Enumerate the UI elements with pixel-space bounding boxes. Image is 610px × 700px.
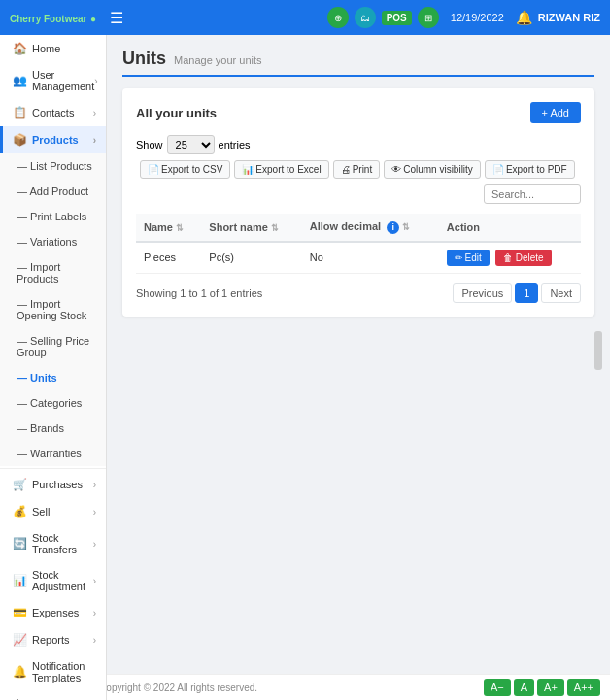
sidebar-item-settings[interactable]: ⚙ Settings › [0,690,106,700]
sidebar-item-brands[interactable]: — Brands [0,416,106,441]
brand-name: Cherry Footwear ● [10,11,96,25]
sidebar-item-list-products[interactable]: — List Products [0,153,106,179]
navbar-right: ⊕ 🗂 POS ⊞ 12/19/2022 🔔 RIZWAN RIZ [327,7,600,28]
sidebar-item-variations[interactable]: — Variations [0,229,106,254]
contacts-icon: 📋 [13,106,27,119]
sidebar-item-expenses[interactable]: 💳 Expenses › [0,599,106,626]
font-decrease-button[interactable]: A− [484,679,511,696]
column-visibility-button[interactable]: 👁 Column visibility [384,160,481,179]
sidebar-item-contacts[interactable]: 📋 Contacts › [0,99,106,126]
sidebar-item-stock-transfers[interactable]: 🔄 Stock Transfers › [0,525,106,562]
col-action-label: Action [447,221,480,233]
export-csv-button[interactable]: 📄 Export to CSV [140,160,230,179]
print-icon: 🖨 [341,164,351,175]
nav-user: RIZWAN RIZ [538,12,600,23]
chevron-right-icon: › [93,480,96,490]
pdf-icon: 📄 [492,164,504,175]
sidebar-item-import-products[interactable]: — Import Products [0,254,106,291]
sidebar-item-label: User Management [32,69,94,92]
chevron-right-icon: › [93,539,96,550]
chevron-right-icon: › [93,576,96,586]
divider [0,468,106,469]
chevron-down-icon: › [93,135,96,146]
brand-dot: ● [90,14,96,24]
font-normal-button[interactable]: A [514,679,534,696]
sidebar-item-reports[interactable]: 📈 Reports › [0,626,106,653]
search-input[interactable] [484,184,581,204]
sidebar-item-user-management[interactable]: 👥 User Management › [0,62,106,99]
sidebar-item-label: Sell [32,506,50,517]
sidebar-item-categories[interactable]: — Categories [0,390,106,416]
sidebar-item-selling-price-group[interactable]: — Selling Price Group [0,328,106,365]
sidebar-item-units[interactable]: — Units [0,365,106,390]
chevron-right-icon: › [93,608,96,618]
next-page-button[interactable]: Next [541,283,581,303]
sidebar: 🏠 Home 👥 User Management › 📋 Contacts › … [0,35,107,700]
products-icon: 📦 [13,133,27,147]
location-icon[interactable]: ⊕ [327,7,349,28]
chevron-right-icon: › [93,635,96,646]
export-csv-label: Export to CSV [161,164,222,175]
edit-button[interactable]: ✏ Edit [447,250,490,266]
grid-icon[interactable]: ⊞ [418,7,439,28]
chevron-right-icon: › [93,108,96,118]
sidebar-item-label: Home [32,43,60,54]
scroll-indicator[interactable] [594,331,602,370]
file-icon[interactable]: 🗂 [355,7,376,28]
export-pdf-button[interactable]: 📄 Export to PDF [485,160,575,179]
previous-page-button[interactable]: Previous [453,283,512,303]
col-allow-decimal: Allow decimal i ⇅ [302,214,439,242]
col-allow-decimal-label: Allow decimal [310,220,381,232]
products-submenu: — List Products — Add Product — Print La… [0,153,106,466]
sidebar-item-notification-templates[interactable]: 🔔 Notification Templates [0,653,106,690]
bell-icon[interactable]: 🔔 [516,10,532,25]
page-subtitle: Manage your units [174,54,262,66]
sidebar-item-label: — Import Products [17,261,96,284]
adjustment-icon: 📊 [13,574,27,587]
font-increase-button[interactable]: A+ [537,679,564,696]
sidebar-item-stock-adjustment[interactable]: 📊 Stock Adjustment › [0,562,106,599]
font-large-button[interactable]: A++ [567,679,600,696]
info-icon[interactable]: i [387,221,399,234]
sidebar-item-label: — Import Opening Stock [17,298,96,321]
delete-button[interactable]: 🗑 Delete [495,250,552,266]
sort-icon[interactable]: ⇅ [271,223,279,233]
page-title: Units [122,49,166,69]
sidebar-item-label: Contacts [32,107,74,118]
sidebar-item-products[interactable]: 📦 Products › [0,126,106,153]
add-button[interactable]: + Add [530,102,581,123]
sidebar-item-sell[interactable]: 💰 Sell › [0,498,106,525]
print-button[interactable]: 🖨 Print [333,160,381,179]
show-label: Show [136,139,163,150]
sidebar-item-home[interactable]: 🏠 Home [0,35,106,62]
page-header: Units Manage your units [122,49,594,77]
cell-name: Pieces [136,242,201,274]
transfers-icon: 🔄 [13,537,27,550]
show-entries: Show 25 10 50 100 entries [136,135,251,154]
pos-badge[interactable]: POS [382,11,412,25]
font-controls: A− A A+ A++ [484,679,600,696]
sidebar-item-purchases[interactable]: 🛒 Purchases › [0,471,106,498]
export-excel-button[interactable]: 📊 Export to Excel [234,160,328,179]
sidebar-item-label: — Add Product [17,185,88,197]
entries-select[interactable]: 25 10 50 100 [167,135,215,154]
print-label: Print [353,164,373,175]
page-1-button[interactable]: 1 [515,283,538,303]
sort-icon[interactable]: ⇅ [402,222,410,232]
sidebar-item-label: — Selling Price Group [17,335,96,358]
chevron-right-icon: › [94,76,97,86]
sidebar-item-label: Expenses [32,607,79,618]
table-controls: Show 25 10 50 100 entries 📄 Export to CS… [136,135,581,204]
table-body: Pieces Pc(s) No ✏ Edit 🗑 Delete [136,242,581,274]
main-content: Units Manage your units All your units +… [107,35,610,700]
card-header: All your units + Add [136,102,581,123]
col-name: Name ⇅ [136,214,201,242]
sort-icon[interactable]: ⇅ [176,223,184,233]
sell-icon: 💰 [13,505,27,518]
sidebar-item-add-product[interactable]: — Add Product [0,179,106,204]
sidebar-item-import-opening-stock[interactable]: — Import Opening Stock [0,291,106,328]
sidebar-item-print-labels[interactable]: — Print Labels [0,204,106,229]
sidebar-item-warranties[interactable]: — Warranties [0,441,106,466]
table-header: Name ⇅ Short name ⇅ Allow decimal i ⇅ Ac… [136,214,581,242]
menu-toggle-icon[interactable]: ☰ [110,9,123,27]
